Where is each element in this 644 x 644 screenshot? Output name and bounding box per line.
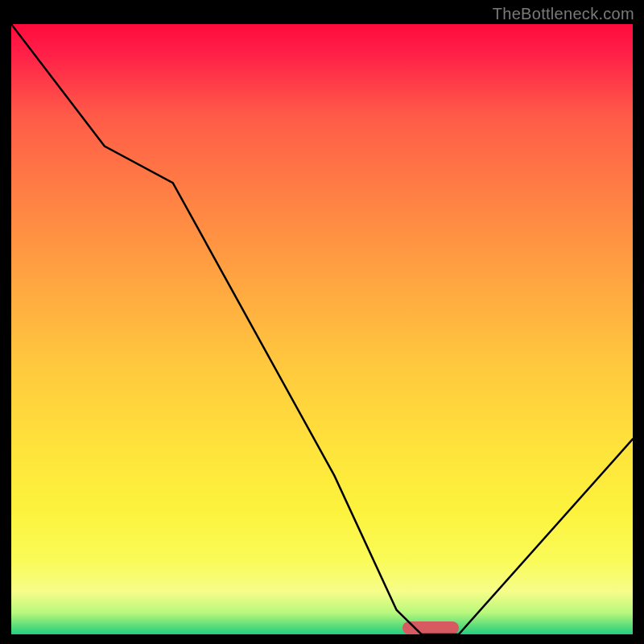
watermark-text: TheBottleneck.com bbox=[493, 5, 634, 23]
gradient-plot-area bbox=[11, 24, 633, 634]
bottleneck-marker bbox=[402, 621, 458, 634]
